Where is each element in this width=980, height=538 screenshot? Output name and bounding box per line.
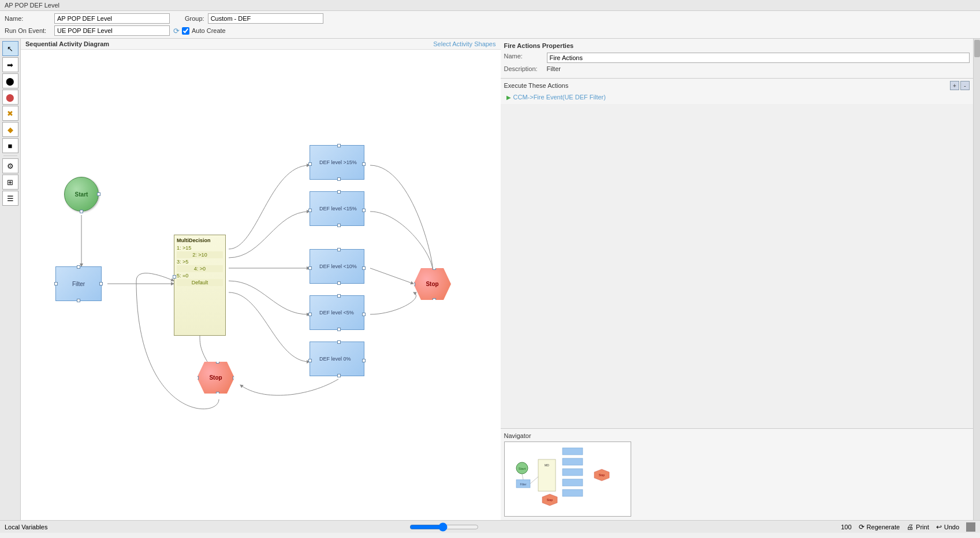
- exec-buttons: + -: [950, 81, 970, 90]
- action-item[interactable]: ▶ CCM->Fire Event(UE DEF Filter): [504, 92, 970, 102]
- def-level-lt15-node[interactable]: DEF level <15%: [310, 191, 364, 226]
- def-0-label: DEF level 0%: [319, 356, 351, 362]
- execute-actions-header: Execute These Actions + -: [504, 81, 970, 90]
- title-bar: AP POP DEF Level: [0, 0, 980, 11]
- regenerate-icon: ⟳: [859, 523, 865, 531]
- form-area: Name: Group: Run On Event: ⟳ Auto Create: [0, 11, 980, 39]
- def-level-0-node[interactable]: DEF level 0%: [310, 342, 364, 376]
- zoom-slider-area: [54, 522, 834, 532]
- svg-line-3: [370, 268, 413, 284]
- def-lt5-label: DEF level <5%: [319, 310, 354, 316]
- svg-rect-12: [562, 469, 583, 476]
- fa-name-label: Name:: [504, 53, 545, 60]
- fire-actions-title: Fire Actions Properties: [504, 42, 970, 49]
- tool-square[interactable]: ■: [2, 138, 18, 153]
- md-opt3: 3: >5: [177, 258, 188, 265]
- auto-create-checkbox[interactable]: [182, 27, 189, 35]
- tool-red-circle[interactable]: ⬤: [2, 90, 18, 105]
- stop1-label: Stop: [426, 281, 438, 287]
- fa-name-input[interactable]: [547, 53, 970, 63]
- def-level-gt15-node[interactable]: DEF level >15%: [310, 145, 364, 180]
- svg-text:Filter: Filter: [520, 483, 526, 486]
- canvas-area: Sequential Activity Diagram Select Activ…: [21, 39, 501, 520]
- status-bar: Local Variables 100 ⟳ Regenerate 🖨 Print…: [0, 520, 980, 533]
- navigator-title: Navigator: [504, 432, 970, 439]
- group-input[interactable]: [208, 13, 323, 24]
- tool-arrow[interactable]: ➡: [2, 57, 18, 72]
- zoom-value: 100: [841, 524, 851, 530]
- diagram-canvas[interactable]: Start Filter MultiDecision 1: >15 2: >10…: [21, 50, 501, 517]
- tool-cross[interactable]: ✖: [2, 106, 18, 121]
- md-opt1: 1: >15: [177, 244, 191, 251]
- fa-desc-label: Description:: [504, 65, 545, 72]
- corner-grip: [966, 522, 975, 532]
- md-opt5: 5: =0: [177, 272, 188, 279]
- svg-text:MD: MD: [545, 463, 549, 467]
- tool-layers[interactable]: ⊞: [2, 175, 18, 190]
- def-lt15-label: DEF level <15%: [319, 206, 357, 212]
- fa-name-row: Name:: [504, 53, 970, 63]
- md-opt2: 2: >10: [177, 251, 223, 258]
- name-label: Name:: [5, 15, 51, 22]
- run-on-event-input[interactable]: [54, 25, 170, 36]
- canvas-title: Sequential Activity Diagram: [25, 40, 109, 47]
- action-item-text: CCM->Fire Event(UE DEF Filter): [513, 94, 606, 101]
- name-input[interactable]: [54, 13, 170, 24]
- undo-item[interactable]: ↩ Undo: [936, 523, 959, 531]
- tool-pointer[interactable]: ↖: [2, 41, 18, 56]
- stop2-node[interactable]: Stop: [197, 362, 234, 394]
- stop1-node[interactable]: Stop: [413, 268, 451, 300]
- auto-create-area: ⟳ Auto Create: [173, 27, 226, 35]
- print-icon: 🖨: [907, 523, 914, 531]
- tool-circle[interactable]: ⬤: [2, 73, 18, 88]
- md-default: Default: [177, 279, 223, 286]
- tool-component[interactable]: ⚙: [2, 158, 18, 173]
- regenerate-label: Regenerate: [867, 524, 900, 530]
- add-action-btn[interactable]: +: [950, 81, 959, 90]
- def-lt10-label: DEF level <10%: [319, 264, 357, 269]
- main-layout: ↖ ➡ ⬤ ⬤ ✖ ◆ ■ ⚙ ⊞ ☰ Sequential Activity …: [0, 39, 980, 520]
- local-variables-label: Local Variables: [5, 524, 47, 530]
- def-level-lt10-node[interactable]: DEF level <10%: [310, 249, 364, 284]
- def-level-lt5-node[interactable]: DEF level <5%: [310, 295, 364, 330]
- tool-list[interactable]: ☰: [2, 191, 18, 206]
- right-main: Fire Actions Properties Name: Descriptio…: [501, 39, 981, 520]
- regenerate-item[interactable]: ⟳ Regenerate: [859, 523, 900, 531]
- svg-text:Start: Start: [518, 467, 526, 470]
- start-label: Start: [75, 191, 88, 198]
- action-play-icon: ▶: [506, 94, 511, 101]
- print-item[interactable]: 🖨 Print: [907, 523, 929, 531]
- print-label: Print: [916, 524, 929, 530]
- auto-create-label: Auto Create: [192, 27, 226, 34]
- start-node[interactable]: Start: [64, 177, 99, 212]
- canvas-header: Sequential Activity Diagram Select Activ…: [21, 39, 501, 50]
- svg-rect-10: [562, 448, 583, 455]
- sync-icon[interactable]: ⟳: [173, 27, 180, 35]
- remove-action-btn[interactable]: -: [960, 81, 970, 90]
- undo-icon: ↩: [936, 523, 942, 531]
- fa-desc-value: Filter: [547, 65, 561, 72]
- tool-diamond[interactable]: ◆: [2, 122, 18, 137]
- fa-desc-row: Description: Filter: [504, 65, 970, 72]
- multi-decision-title: MultiDecision: [177, 238, 211, 243]
- svg-rect-11: [562, 458, 583, 465]
- svg-rect-14: [562, 489, 583, 496]
- svg-rect-13: [562, 479, 583, 486]
- stop2-label: Stop: [209, 374, 222, 381]
- filter-label: Filter: [72, 281, 85, 287]
- svg-text:Stop: Stop: [546, 498, 553, 502]
- zoom-slider[interactable]: [409, 522, 479, 532]
- def-gt15-label: DEF level >15%: [319, 159, 357, 165]
- filter-node[interactable]: Filter: [55, 266, 102, 301]
- run-on-event-row: Run On Event: ⟳ Auto Create: [5, 25, 975, 36]
- multi-decision-node[interactable]: MultiDecision 1: >15 2: >10 3: >5 4: >0 …: [174, 235, 226, 336]
- local-variables-item[interactable]: Local Variables: [5, 524, 47, 530]
- navigator-section: Navigator Start Filter MD: [501, 428, 974, 520]
- run-on-event-label: Run On Event:: [5, 27, 51, 34]
- name-row: Name: Group:: [5, 13, 975, 24]
- md-opt4: 4: >0: [177, 265, 223, 272]
- svg-line-19: [522, 474, 523, 480]
- right-scrollbar[interactable]: [973, 39, 980, 520]
- select-shapes-link[interactable]: Select Activity Shapes: [433, 40, 495, 47]
- zoom-value-item: 100: [841, 524, 851, 530]
